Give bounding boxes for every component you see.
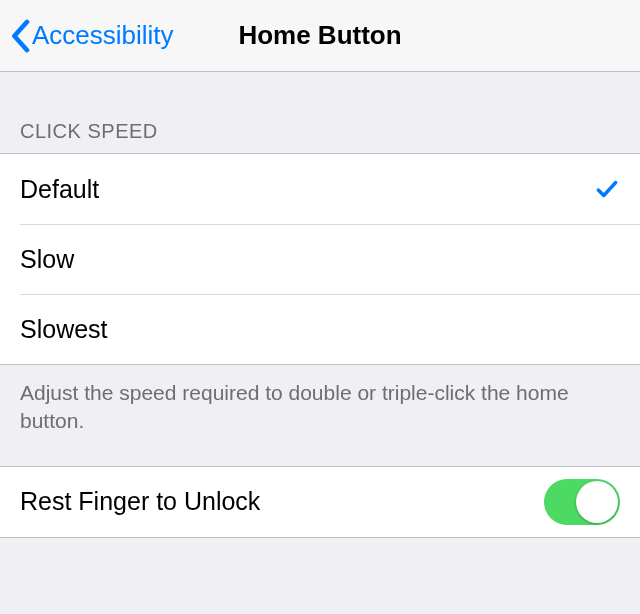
- option-slow[interactable]: Slow: [0, 224, 640, 294]
- rest-finger-row[interactable]: Rest Finger to Unlock: [0, 467, 640, 537]
- section-footer-click-speed: Adjust the speed required to double or t…: [0, 365, 640, 466]
- toggle-knob: [576, 481, 618, 523]
- back-button[interactable]: Accessibility: [0, 19, 174, 53]
- option-label: Slowest: [20, 315, 108, 344]
- navigation-bar: Accessibility Home Button: [0, 0, 640, 72]
- chevron-left-icon: [10, 19, 30, 53]
- checkmark-icon: [594, 176, 620, 202]
- option-default[interactable]: Default: [0, 154, 640, 224]
- section-header-click-speed: Click Speed: [0, 72, 640, 153]
- rest-finger-label: Rest Finger to Unlock: [20, 487, 260, 516]
- option-label: Slow: [20, 245, 74, 274]
- option-slowest[interactable]: Slowest: [0, 294, 640, 364]
- option-label: Default: [20, 175, 99, 204]
- rest-finger-group: Rest Finger to Unlock: [0, 466, 640, 538]
- rest-finger-toggle[interactable]: [544, 479, 620, 525]
- back-label: Accessibility: [32, 20, 174, 51]
- click-speed-options: Default Slow Slowest: [0, 153, 640, 365]
